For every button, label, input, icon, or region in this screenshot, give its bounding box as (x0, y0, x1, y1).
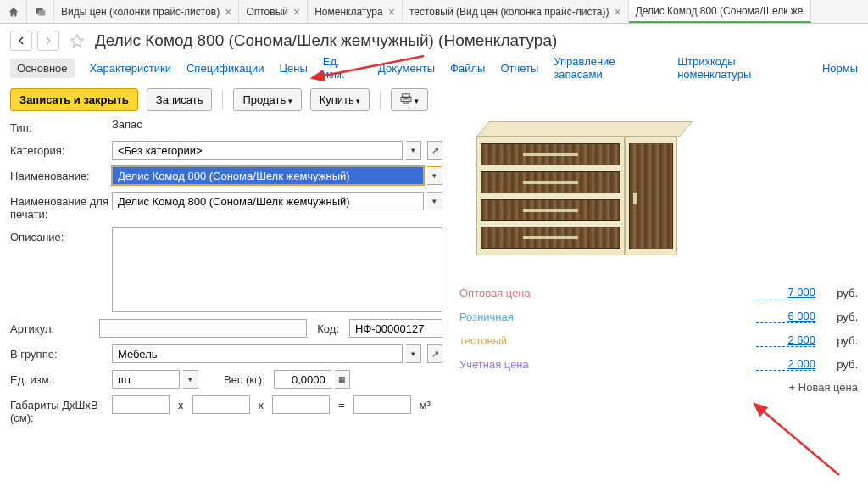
category-input[interactable] (112, 141, 403, 160)
dropdown-icon[interactable]: ▾ (183, 370, 198, 389)
header-row: Делис Комод 800 (Сонома/Шелк жемчужный) … (0, 24, 868, 54)
m3-label: м³ (415, 399, 436, 411)
dim-height-input[interactable] (272, 395, 330, 414)
nav-link-units[interactable]: Ед. изм. (323, 55, 363, 81)
new-price-link[interactable]: + Новая цена (459, 376, 858, 394)
nav-link-chars[interactable]: Характеристики (90, 62, 171, 75)
content-area: Тип: Запас Категория: ▾ ↗ Наименование: … (0, 118, 868, 431)
action-bar: Записать и закрыть Записать Продать Купи… (0, 81, 868, 118)
x-label: x (253, 399, 270, 411)
forward-button[interactable] (37, 31, 59, 51)
price-value-link[interactable]: 2 600 (756, 333, 815, 347)
right-column: Оптовая цена 7 000 руб. Розничная 6 000 … (459, 118, 858, 431)
dim-volume-input[interactable] (353, 395, 411, 414)
tab-item[interactable]: Номенклатура× (308, 0, 403, 23)
eq-label: = (333, 399, 350, 411)
nav-link-reports[interactable]: Отчеты (500, 62, 538, 75)
tab-label: Виды цен (колонки прайс-листов) (61, 6, 220, 18)
tab-label: Номенклатура (314, 6, 383, 18)
save-close-button[interactable]: Записать и закрыть (10, 88, 138, 111)
price-currency: руб. (815, 334, 858, 347)
calc-icon[interactable]: ▦ (335, 370, 350, 389)
nav-link-files[interactable]: Файлы (450, 62, 485, 75)
tab-item[interactable]: Оптовый× (239, 0, 308, 23)
print-button[interactable] (391, 88, 428, 111)
dropdown-icon[interactable]: ▾ (427, 192, 442, 210)
close-icon[interactable]: × (293, 6, 300, 18)
nav-link-prices[interactable]: Цены (279, 62, 307, 75)
dropdown-icon[interactable]: ▾ (406, 141, 421, 160)
nav-link-norms[interactable]: Нормы (822, 62, 858, 75)
tab-item[interactable]: Виды цен (колонки прайс-листов)× (54, 0, 239, 23)
price-label: Розничная (459, 311, 756, 323)
open-icon[interactable]: ↗ (427, 344, 442, 363)
chat-icon[interactable] (27, 0, 54, 23)
back-button[interactable] (10, 31, 32, 51)
tab-item[interactable]: тестовый (Вид цен (колонка прайс-листа))… (403, 0, 629, 23)
x-label: x (173, 399, 189, 411)
nav-link-barcodes[interactable]: Штрихкоды номенклатуры (677, 55, 807, 81)
page-title: Делис Комод 800 (Сонома/Шелк жемчужный) … (95, 31, 557, 50)
tab-item-active[interactable]: Делис Комод 800 (Сонома/Шелк же (629, 0, 811, 23)
separator (380, 91, 381, 109)
printname-input[interactable] (112, 192, 424, 210)
price-value-link[interactable]: 7 000 (756, 286, 815, 299)
price-row: Розничная 6 000 руб. (459, 305, 858, 328)
svg-rect-2 (403, 94, 410, 97)
sell-button[interactable]: Продать (233, 88, 301, 111)
price-row: Оптовая цена 7 000 руб. (459, 281, 858, 305)
nav-link-docs[interactable]: Документы (378, 62, 435, 75)
home-icon[interactable] (0, 0, 27, 23)
close-icon[interactable]: × (225, 6, 231, 18)
printname-label: Наименование для печати: (10, 192, 112, 221)
desc-textarea[interactable] (112, 227, 442, 312)
dims-label: Габариты ДхШхВ (см): (10, 395, 112, 424)
price-table: Оптовая цена 7 000 руб. Розничная 6 000 … (459, 281, 858, 394)
price-currency: руб. (815, 287, 858, 299)
buy-button[interactable]: Купить (310, 88, 370, 111)
nav-link-specs[interactable]: Спецификации (186, 62, 264, 75)
tab-bar: Виды цен (колонки прайс-листов)× Оптовый… (0, 0, 868, 24)
dim-length-input[interactable] (112, 395, 170, 414)
separator (222, 91, 223, 109)
group-input[interactable] (112, 344, 403, 363)
nav-link-main[interactable]: Основное (10, 59, 75, 78)
form-column: Тип: Запас Категория: ▾ ↗ Наименование: … (10, 118, 442, 431)
nav-links: Основное Характеристики Спецификации Цен… (0, 54, 868, 81)
category-label: Категория: (10, 141, 112, 157)
open-icon[interactable]: ↗ (427, 141, 442, 160)
price-currency: руб. (815, 358, 858, 371)
dim-width-input[interactable] (192, 395, 250, 414)
unit-input[interactable] (112, 370, 180, 389)
tab-label: тестовый (Вид цен (колонка прайс-листа)) (409, 6, 609, 18)
product-image (468, 121, 688, 266)
unit-label: Ед. изм.: (10, 370, 112, 386)
code-input[interactable] (349, 319, 442, 338)
save-button[interactable]: Записать (147, 88, 213, 111)
dropdown-icon[interactable]: ▾ (406, 344, 421, 363)
weight-input[interactable] (274, 370, 331, 389)
tab-label: Делис Комод 800 (Сонома/Шелк же (636, 5, 804, 17)
price-label: тестовый (459, 334, 756, 347)
close-icon[interactable]: × (614, 6, 620, 18)
name-input[interactable] (112, 166, 424, 185)
price-row: Учетная цена 2 000 руб. (459, 352, 858, 376)
price-value-link[interactable]: 2 000 (756, 357, 815, 371)
group-label: В группе: (10, 344, 112, 361)
price-value-link[interactable]: 6 000 (756, 310, 815, 323)
price-label: Оптовая цена (459, 287, 756, 299)
code-label: Код: (312, 322, 344, 335)
close-icon[interactable]: × (388, 6, 395, 18)
dropdown-icon[interactable]: ▾ (427, 166, 442, 185)
weight-label: Вес (кг): (219, 373, 270, 386)
nav-link-stock[interactable]: Управление запасами (554, 55, 662, 81)
type-label: Тип: (10, 118, 112, 134)
type-value: Запас (112, 118, 142, 131)
svg-rect-1 (38, 10, 45, 15)
tab-label: Оптовый (246, 6, 288, 18)
price-row: тестовый 2 600 руб. (459, 328, 858, 352)
star-icon[interactable] (68, 31, 86, 50)
desc-label: Описание: (10, 227, 112, 244)
article-label: Артикул: (10, 319, 99, 335)
article-input[interactable] (99, 319, 307, 338)
